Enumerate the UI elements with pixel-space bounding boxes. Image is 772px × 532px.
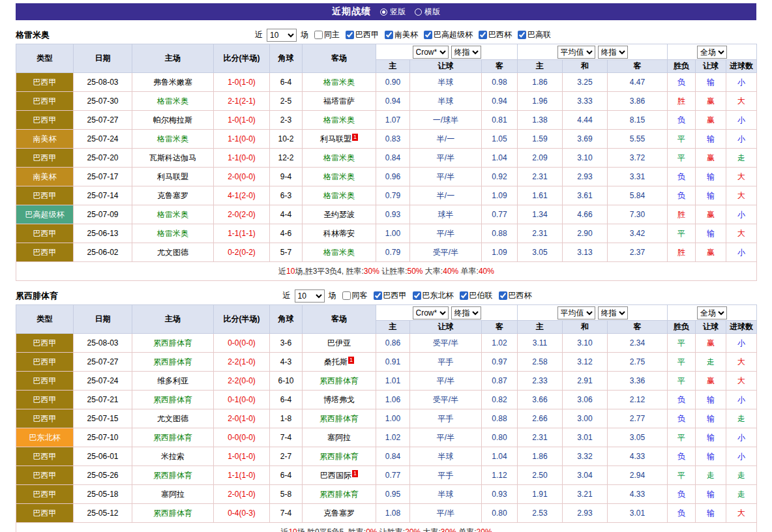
away-team-cell[interactable]: 巴西国际1 bbox=[303, 466, 376, 485]
team-link[interactable]: 福塔雷萨 bbox=[323, 96, 355, 106]
home-team-cell[interactable]: 格雷米奥 bbox=[132, 92, 214, 111]
score-cell[interactable]: 1-1(0-0) bbox=[214, 130, 270, 149]
league-filter[interactable]: 巴高超级杯 bbox=[420, 29, 473, 40]
home-team-cell[interactable]: 累西腓体育 bbox=[132, 353, 214, 372]
team-link[interactable]: 累西腓体育 bbox=[153, 357, 192, 366]
score-cell[interactable]: 2-0(1-0) bbox=[214, 485, 270, 504]
league-filter[interactable]: 南美杯 bbox=[381, 29, 418, 40]
league-filter[interactable]: 巴西杯 bbox=[475, 29, 512, 40]
home-team-cell[interactable]: 利马联盟 bbox=[132, 168, 214, 186]
team-link[interactable]: 科林蒂安 bbox=[323, 229, 355, 238]
home-team-cell[interactable]: 累西腓体育 bbox=[132, 391, 214, 409]
home-team-cell[interactable]: 格雷米奥 bbox=[132, 224, 214, 243]
team-link[interactable]: 圣约瑟波 bbox=[323, 210, 355, 219]
team-link[interactable]: 累西腓体育 bbox=[319, 376, 359, 385]
odds-source-select[interactable]: 全场 bbox=[697, 46, 727, 59]
score-cell[interactable]: 2-0(0-0) bbox=[214, 168, 270, 186]
home-team-cell[interactable]: 瓦斯科达伽马 bbox=[132, 149, 214, 168]
team-link[interactable]: 累西腓体育 bbox=[319, 452, 359, 461]
odds-source-select[interactable]: Crow* bbox=[413, 46, 449, 59]
away-team-cell[interactable]: 福塔雷萨 bbox=[303, 92, 376, 111]
team-link[interactable]: 格雷米奥 bbox=[323, 248, 355, 257]
away-team-cell[interactable]: 塞阿拉 bbox=[303, 428, 376, 447]
away-team-cell[interactable]: 克鲁塞罗 bbox=[303, 504, 376, 523]
score-cell[interactable]: 1-1(0-0) bbox=[214, 149, 270, 168]
away-team-cell[interactable]: 巴伊亚 bbox=[303, 334, 376, 353]
score-cell[interactable]: 0-0(0-0) bbox=[214, 334, 270, 353]
away-team-cell[interactable]: 博塔弗戈 bbox=[303, 391, 376, 409]
team-link[interactable]: 格雷米奥 bbox=[157, 229, 188, 238]
league-checkbox[interactable] bbox=[479, 31, 487, 39]
team-link[interactable]: 巴西国际 bbox=[320, 471, 351, 480]
team-link[interactable]: 格雷米奥 bbox=[323, 115, 355, 125]
score-cell[interactable]: 0-4(0-3) bbox=[214, 504, 270, 523]
league-filter[interactable]: 巴西甲 bbox=[342, 29, 379, 40]
team-link[interactable]: 塞阿拉 bbox=[327, 433, 351, 442]
odds-source-select[interactable]: 终指 bbox=[598, 306, 628, 319]
team-link[interactable]: 格雷米奥 bbox=[323, 78, 355, 87]
team-link[interactable]: 格雷米奥 bbox=[323, 191, 355, 200]
layout-option-horizontal[interactable]: 横版 bbox=[415, 7, 440, 18]
home-team-cell[interactable]: 尤文图德 bbox=[132, 243, 214, 262]
away-team-cell[interactable]: 格雷米奥 bbox=[303, 168, 376, 186]
score-cell[interactable]: 2-1(2-1) bbox=[214, 92, 270, 111]
league-checkbox[interactable] bbox=[346, 31, 354, 39]
away-team-cell[interactable]: 累西腓体育 bbox=[303, 485, 376, 504]
team-link[interactable]: 维多利亚 bbox=[157, 376, 188, 385]
home-team-cell[interactable]: 累西腓体育 bbox=[132, 334, 214, 353]
away-team-cell[interactable]: 桑托斯1 bbox=[303, 353, 376, 372]
home-team-cell[interactable]: 格雷米奥 bbox=[132, 130, 214, 149]
team-link[interactable]: 桑托斯 bbox=[324, 357, 348, 366]
score-cell[interactable]: 1-0(1-0) bbox=[214, 111, 270, 130]
odds-source-select[interactable]: 平均值 bbox=[557, 46, 595, 59]
league-checkbox[interactable] bbox=[499, 291, 507, 300]
recent-count-select[interactable]: 10 bbox=[267, 29, 297, 42]
team-link[interactable]: 累西腓体育 bbox=[153, 338, 192, 347]
league-filter[interactable]: 巴伯联 bbox=[456, 290, 493, 301]
team-link[interactable]: 格雷米奥 bbox=[323, 172, 355, 181]
away-team-cell[interactable]: 累西腓体育 bbox=[303, 447, 376, 466]
league-checkbox[interactable] bbox=[460, 291, 468, 300]
home-team-cell[interactable]: 尤文图德 bbox=[132, 409, 214, 428]
away-team-cell[interactable]: 圣约瑟波 bbox=[303, 205, 376, 224]
team-link[interactable]: 格雷米奥 bbox=[157, 96, 188, 106]
team-link[interactable]: 克鲁塞罗 bbox=[157, 191, 188, 200]
odds-source-select[interactable]: 平均值 bbox=[557, 306, 595, 319]
score-cell[interactable]: 2-2(0-0) bbox=[214, 372, 270, 391]
league-checkbox[interactable] bbox=[413, 291, 421, 300]
home-team-cell[interactable]: 维多利亚 bbox=[132, 372, 214, 391]
recent-count-select[interactable]: 10 bbox=[295, 289, 325, 303]
away-team-cell[interactable]: 格雷米奥 bbox=[303, 73, 376, 92]
score-cell[interactable]: 2-0(1-0) bbox=[214, 409, 270, 428]
team-link[interactable]: 博塔弗戈 bbox=[323, 395, 355, 404]
odds-source-select[interactable]: Crow* bbox=[413, 306, 449, 319]
league-checkbox[interactable] bbox=[374, 291, 382, 300]
team-link[interactable]: 利马联盟 bbox=[320, 134, 351, 143]
team-link[interactable]: 累西腓体育 bbox=[153, 509, 192, 518]
league-checkbox[interactable] bbox=[385, 31, 393, 39]
home-team-cell[interactable]: 格雷米奥 bbox=[132, 205, 214, 224]
away-team-cell[interactable]: 格雷米奥 bbox=[303, 243, 376, 262]
team-link[interactable]: 累西腓体育 bbox=[153, 395, 192, 404]
home-team-cell[interactable]: 米拉索 bbox=[132, 447, 214, 466]
same-venue-checkbox[interactable] bbox=[314, 31, 323, 39]
team-link[interactable]: 累西腓体育 bbox=[153, 433, 192, 442]
league-filter[interactable]: 巴西杯 bbox=[495, 290, 532, 301]
team-link[interactable]: 瓦斯科达伽马 bbox=[149, 153, 196, 162]
odds-source-select[interactable]: 终指 bbox=[451, 306, 481, 319]
score-cell[interactable]: 1-1(1-1) bbox=[214, 224, 270, 243]
score-cell[interactable]: 1-0(1-0) bbox=[214, 73, 270, 92]
home-team-cell[interactable]: 塞阿拉 bbox=[132, 485, 214, 504]
team-link[interactable]: 累西腓体育 bbox=[153, 471, 192, 480]
score-cell[interactable]: 0-2(0-2) bbox=[214, 243, 270, 262]
home-team-cell[interactable]: 弗鲁米嫩塞 bbox=[132, 73, 214, 92]
team-link[interactable]: 弗鲁米嫩塞 bbox=[153, 78, 192, 87]
score-cell[interactable]: 2-0(2-0) bbox=[214, 205, 270, 224]
away-team-cell[interactable]: 格雷米奥 bbox=[303, 111, 376, 130]
odds-source-select[interactable]: 全场 bbox=[697, 306, 727, 319]
team-link[interactable]: 累西腓体育 bbox=[319, 490, 359, 499]
odds-source-select[interactable]: 终指 bbox=[598, 46, 628, 59]
score-cell[interactable]: 0-0(0-0) bbox=[214, 428, 270, 447]
away-team-cell[interactable]: 格雷米奥 bbox=[303, 186, 376, 205]
team-link[interactable]: 格雷米奥 bbox=[157, 134, 188, 143]
